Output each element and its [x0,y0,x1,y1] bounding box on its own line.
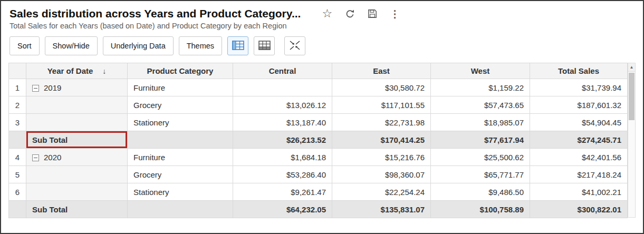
table-row: 3 Stationery $13,187.40 $22,731.98 $18,9… [9,114,628,131]
cell-category[interactable]: Grocery [128,166,233,183]
vertical-scrollbar[interactable]: ▲ [628,63,636,218]
cell-year[interactable] [26,166,128,183]
cell-west[interactable]: $18,985.07 [431,114,530,131]
cell-year[interactable] [26,96,128,114]
cell-year[interactable] [26,114,128,131]
cell-category [128,131,233,149]
cell-category[interactable]: Grocery [128,96,233,114]
cell-total[interactable]: $54,904.45 [530,114,628,131]
cell-central[interactable]: $9,261.47 [233,183,332,201]
more-menu-icon[interactable]: ⋮ [390,9,400,19]
cell-east[interactable]: $98,360.07 [332,166,431,183]
row-number: 4 [9,149,26,166]
table-row: 5 Grocery $53,286.40 $98,360.07 $65,771.… [9,166,628,183]
row-number: 3 [9,114,26,131]
themes-button[interactable]: Themes [179,36,222,55]
column-header-west[interactable]: West [431,63,530,79]
report-window: Sales distribution across Years and Prod… [0,0,644,234]
save-icon[interactable] [368,9,377,18]
row-number [9,131,26,149]
table-row: 2 Grocery $13,026.12 $117,101.55 $57,473… [9,96,628,114]
row-number: 1 [9,79,26,96]
row-number: 2 [9,96,26,114]
row-number: 5 [9,166,26,183]
collapse-all-button[interactable] [284,36,305,55]
sort-desc-icon[interactable]: ↓ [102,67,106,75]
table-grid-blue-icon [232,41,244,52]
report-subtitle: Total Sales for each Years (based on Dat… [1,20,643,30]
cell-total[interactable]: $42,401.56 [530,149,628,166]
cell-central[interactable] [233,79,332,96]
cell-total: $300,822.01 [530,201,628,218]
subtotal-label-annotated: Sub Total [26,131,128,149]
collapse-arrows-icon [289,40,301,52]
table-row: 1 2019 Furniture $30,580.72 $1,159.22 $3… [9,79,628,96]
column-header-total-sales[interactable]: Total Sales [530,63,628,79]
table-row: 4 2020 Furniture $1,684.18 $15,216.76 $2… [9,149,628,166]
sort-button[interactable]: Sort [9,36,40,55]
cell-west[interactable]: $57,473.65 [431,96,530,114]
subtotal-label: Sub Total [26,201,128,218]
cell-central[interactable]: $13,187.40 [233,114,332,131]
cell-total[interactable]: $187,601.32 [530,96,628,114]
cell-west: $77,617.94 [431,131,530,149]
cell-year[interactable]: 2019 [26,79,128,96]
corner-header-cell [9,63,26,79]
cell-category[interactable]: Furniture [128,79,233,96]
compact-view-button[interactable] [227,36,248,55]
cell-total: $274,245.71 [530,131,628,149]
toolbar: Sort Show/Hide Underlying Data Themes [1,30,643,55]
cell-year[interactable]: 2020 [26,149,128,166]
cell-east: $170,414.25 [332,131,431,149]
header-row: Year of Date↓ Product Category Central E… [9,63,628,79]
cell-east[interactable]: $22,731.98 [332,114,431,131]
cell-category[interactable]: Furniture [128,149,233,166]
cell-east[interactable]: $117,101.55 [332,96,431,114]
header: Sales distribution across Years and Prod… [1,1,643,20]
header-actions: ☆ ⋮ [322,8,400,19]
cell-central[interactable]: $53,286.40 [233,166,332,183]
cell-east: $135,831.07 [332,201,431,218]
cell-category[interactable]: Stationery [128,183,233,201]
cell-east[interactable]: $15,216.76 [332,149,431,166]
scroll-up-arrow[interactable]: ▲ [628,63,635,72]
row-number [9,201,26,218]
collapse-toggle-icon[interactable] [32,85,39,92]
row-number: 6 [9,183,26,201]
cell-central: $64,232.05 [233,201,332,218]
column-header-east[interactable]: East [332,63,431,79]
cell-category[interactable]: Stationery [128,114,233,131]
collapse-toggle-icon[interactable] [32,154,39,161]
cell-west[interactable]: $65,771.77 [431,166,530,183]
cell-total[interactable]: $41,002.21 [530,183,628,201]
pivot-table-area: Year of Date↓ Product Category Central E… [8,63,636,218]
table-row: 6 Stationery $9,261.47 $22,254.24 $9,486… [9,183,628,201]
subtotal-row: Sub Total $64,232.05 $135,831.07 $100,75… [9,201,628,218]
cell-year[interactable] [26,183,128,201]
cell-east[interactable]: $30,580.72 [332,79,431,96]
cell-central[interactable]: $13,026.12 [233,96,332,114]
cell-total[interactable]: $217,418.24 [530,166,628,183]
subtotal-row: Sub Total $26,213.52 $170,414.25 $77,617… [9,131,628,149]
underlying-data-button[interactable]: Underlying Data [103,36,174,55]
cell-west[interactable]: $9,486.50 [431,183,530,201]
cell-central: $26,213.52 [233,131,332,149]
pivot-table: Year of Date↓ Product Category Central E… [8,63,628,218]
cell-category [128,201,233,218]
cell-west[interactable]: $1,159.22 [431,79,530,96]
column-header-year[interactable]: Year of Date↓ [26,63,128,79]
tabular-view-button[interactable] [254,36,275,55]
cell-west: $100,758.89 [431,201,530,218]
show-hide-button[interactable]: Show/Hide [45,36,98,55]
table-grid-gray-icon [258,41,271,52]
refresh-icon[interactable] [345,9,355,19]
column-header-product-category[interactable]: Product Category [128,63,233,79]
column-header-central[interactable]: Central [233,63,332,79]
cell-east[interactable]: $22,254.24 [332,183,431,201]
page-title: Sales distribution across Years and Prod… [9,7,301,20]
cell-west[interactable]: $25,500.62 [431,149,530,166]
cell-central[interactable]: $1,684.18 [233,149,332,166]
cell-total[interactable]: $31,739.94 [530,79,628,96]
scrollbar-thumb[interactable] [629,73,635,120]
favorite-star-icon[interactable]: ☆ [322,8,332,19]
